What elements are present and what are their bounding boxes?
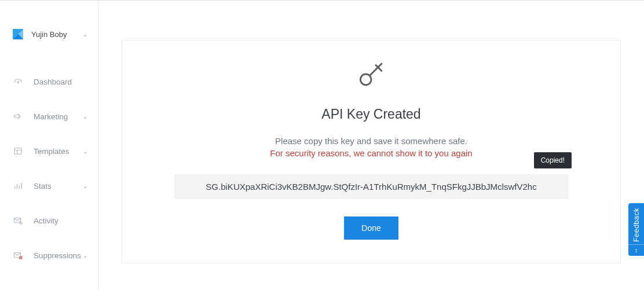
layout-icon bbox=[13, 146, 23, 156]
mail-block-icon bbox=[13, 250, 23, 260]
warning-text: For security reasons, we cannot show it … bbox=[145, 148, 597, 158]
sidebar-item-label: Suppressions bbox=[34, 251, 83, 260]
api-key-card: API Key Created Please copy this key and… bbox=[122, 40, 621, 263]
sidebar-item-label: Dashboard bbox=[34, 78, 87, 86]
user-name: Yujin Boby bbox=[31, 30, 83, 39]
card-title: API Key Created bbox=[145, 107, 597, 122]
mail-search-icon bbox=[13, 215, 23, 226]
main-content: API Key Created Please copy this key and… bbox=[98, 1, 644, 290]
api-key-text: SG.biKUXpaXRiCi3vKB2BMJgw.StQfzIr-A1TrhK… bbox=[206, 182, 536, 192]
api-key-value[interactable]: SG.biKUXpaXRiCi3vKB2BMJgw.StQfzIr-A1TrhK… bbox=[174, 174, 568, 199]
sidebar-item-marketing[interactable]: Marketing ⌄ bbox=[0, 105, 98, 128]
sidebar-item-suppressions[interactable]: Suppressions ⌄ bbox=[0, 244, 98, 267]
sidebar-item-stats[interactable]: Stats ⌄ bbox=[0, 174, 98, 197]
key-icon bbox=[145, 58, 597, 93]
chevron-down-icon: ⌄ bbox=[83, 31, 87, 38]
feedback-label: Feedback bbox=[632, 208, 641, 242]
bar-chart-icon bbox=[13, 181, 23, 191]
svg-point-6 bbox=[360, 74, 371, 85]
feedback-tab[interactable]: Feedback ↕ bbox=[628, 203, 644, 256]
chevron-down-icon: ⌄ bbox=[83, 252, 87, 259]
user-menu[interactable]: Yujin Boby ⌄ bbox=[0, 23, 98, 46]
avatar bbox=[13, 29, 23, 39]
chevron-down-icon: ⌄ bbox=[83, 183, 87, 189]
megaphone-icon bbox=[13, 111, 23, 122]
sidebar-item-label: Stats bbox=[34, 182, 83, 190]
sidebar-item-activity[interactable]: Activity bbox=[0, 209, 98, 232]
instruction-text: Please copy this key and save it somewhe… bbox=[145, 136, 597, 146]
copied-tooltip: Copied! bbox=[534, 152, 572, 168]
sidebar: Yujin Boby ⌄ Dashboard Marketing ⌄ Templ… bbox=[0, 1, 98, 290]
expand-icon: ↕ bbox=[628, 244, 644, 254]
sidebar-item-label: Activity bbox=[34, 216, 87, 225]
sidebar-item-templates[interactable]: Templates ⌄ bbox=[0, 140, 98, 163]
gauge-icon bbox=[13, 76, 23, 87]
sidebar-item-label: Marketing bbox=[34, 112, 83, 121]
done-button[interactable]: Done bbox=[344, 216, 398, 240]
chevron-down-icon: ⌄ bbox=[83, 148, 87, 155]
sidebar-item-label: Templates bbox=[34, 147, 83, 156]
chevron-down-icon: ⌄ bbox=[83, 113, 87, 120]
svg-rect-1 bbox=[14, 148, 21, 155]
sidebar-item-dashboard[interactable]: Dashboard bbox=[0, 70, 98, 93]
